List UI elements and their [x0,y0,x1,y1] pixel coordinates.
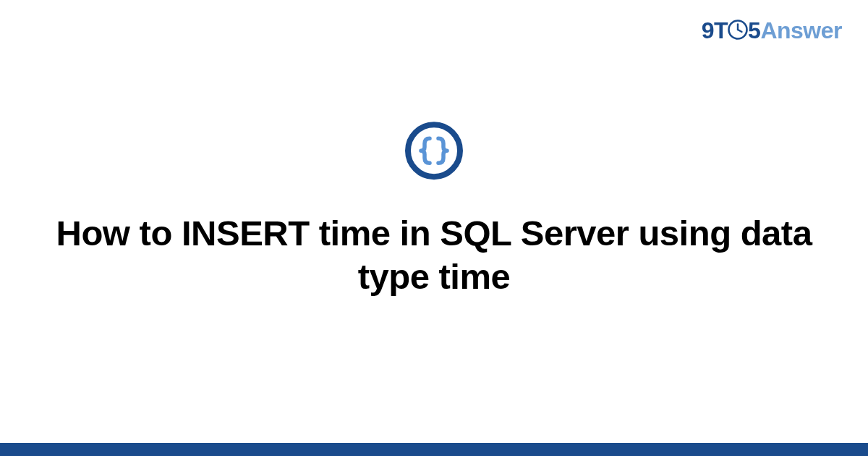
hero-block: How to INSERT time in SQL Server using d… [0,121,868,299]
page-title: How to INSERT time in SQL Server using d… [29,212,839,299]
braces-icon [404,121,464,180]
logo-text-9t: 9T [702,17,728,44]
logo-text-answer: Answer [760,17,842,44]
site-logo: 9T 5 Answer [702,17,842,44]
logo-text-5: 5 [748,17,760,44]
category-badge [404,121,464,180]
svg-line-2 [738,30,742,32]
svg-point-3 [408,124,460,177]
footer-accent-bar [0,443,868,456]
clock-icon [727,19,749,41]
